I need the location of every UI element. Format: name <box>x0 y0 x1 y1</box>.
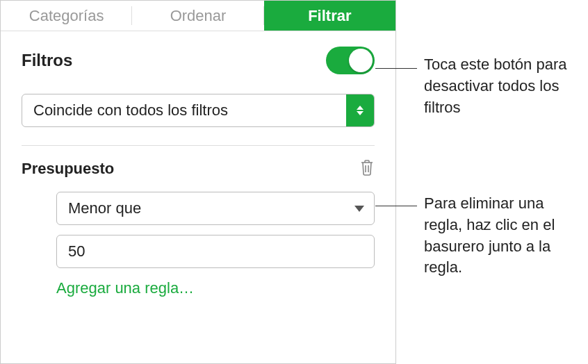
tab-categories-label: Categorías <box>29 7 104 25</box>
filters-heading: Filtros <box>22 51 72 70</box>
rule-value-input[interactable] <box>56 235 375 268</box>
callouts: Toca este botón para desactivar todos lo… <box>396 0 588 364</box>
rule-column-name: Presupuesto <box>22 160 114 178</box>
tab-sort[interactable]: Ordenar <box>132 1 263 31</box>
callout-line <box>375 68 417 69</box>
add-rule-button[interactable]: Agregar una regla… <box>56 279 375 297</box>
rule-operator-select[interactable]: Menor que <box>56 192 375 225</box>
callout-line <box>375 206 417 206</box>
divider <box>22 145 375 146</box>
filter-panel: Categorías Ordenar Filtrar Filtros Coinc… <box>0 0 396 364</box>
match-mode-select[interactable]: Coincide con todos los filtros <box>22 94 375 127</box>
delete-rule-button[interactable] <box>359 158 375 179</box>
callout-trash: Para eliminar una regla, haz clic en el … <box>424 193 584 279</box>
dropdown-icon <box>346 94 374 126</box>
rule-operator-label: Menor que <box>68 199 141 217</box>
tab-filter-label: Filtrar <box>308 7 351 25</box>
toggle-knob <box>349 49 373 72</box>
tab-categories[interactable]: Categorías <box>1 1 132 31</box>
filter-content: Filtros Coincide con todos los filtros P… <box>1 31 395 313</box>
callout-toggle: Toca este botón para desactivar todos lo… <box>424 54 584 118</box>
trash-icon <box>359 158 375 176</box>
match-mode-label: Coincide con todos los filtros <box>22 94 346 126</box>
tab-filter[interactable]: Filtrar <box>264 1 395 31</box>
tab-bar: Categorías Ordenar Filtrar <box>1 1 395 31</box>
tab-sort-label: Ordenar <box>170 7 227 25</box>
chevron-down-icon <box>354 206 364 212</box>
filters-toggle[interactable] <box>326 47 375 74</box>
